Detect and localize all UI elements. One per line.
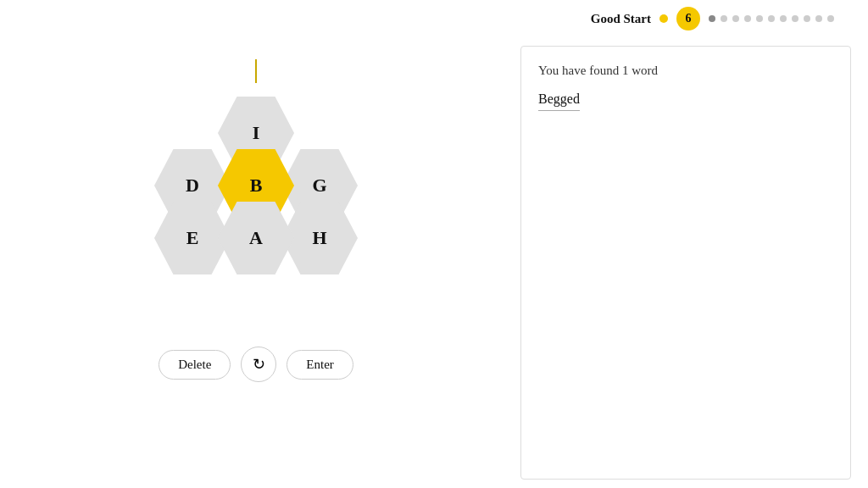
progress-dot	[709, 15, 715, 22]
header: Good Start 6	[0, 0, 868, 37]
shuffle-icon: ↻	[253, 355, 265, 374]
hex-A[interactable]: A	[218, 202, 294, 274]
controls: Delete ↻ Enter	[159, 347, 353, 382]
progress-dot	[756, 15, 763, 22]
progress-dot	[732, 15, 739, 22]
found-word: Begged	[538, 92, 580, 111]
main-layout: I D G B E H A	[0, 37, 868, 488]
hex-label-A: A	[249, 227, 263, 249]
hex-label-I: I	[253, 122, 260, 144]
shuffle-button[interactable]: ↻	[241, 347, 276, 382]
hex-label-H: H	[312, 227, 326, 249]
progress-dot	[768, 15, 775, 22]
progress-dot	[804, 15, 810, 22]
game-panel: I D G B E H A	[0, 37, 512, 488]
results-panel: You have found 1 word Begged	[520, 46, 851, 480]
header-right: Good Start 6	[591, 7, 851, 30]
enter-button[interactable]: Enter	[287, 350, 353, 380]
progress-dot	[792, 15, 798, 22]
progress-dot	[744, 15, 751, 22]
honeycomb: I D G B E H A	[154, 97, 358, 321]
cursor-icon	[255, 59, 257, 83]
progress-dot	[721, 15, 727, 22]
rating-label: Good Start	[591, 12, 651, 26]
progress-dot	[815, 15, 822, 22]
progress-track	[709, 15, 834, 22]
found-count: You have found 1 word	[538, 64, 833, 78]
hex-label-G: G	[312, 175, 326, 197]
progress-dot	[827, 15, 834, 22]
hex-label-B: B	[250, 175, 263, 197]
progress-dot	[780, 15, 787, 22]
rating-dot-icon	[659, 14, 668, 23]
hex-label-E: E	[186, 227, 199, 249]
delete-button[interactable]: Delete	[159, 350, 231, 380]
input-area	[255, 54, 257, 88]
hex-label-D: D	[186, 175, 199, 197]
score-badge: 6	[676, 7, 700, 30]
